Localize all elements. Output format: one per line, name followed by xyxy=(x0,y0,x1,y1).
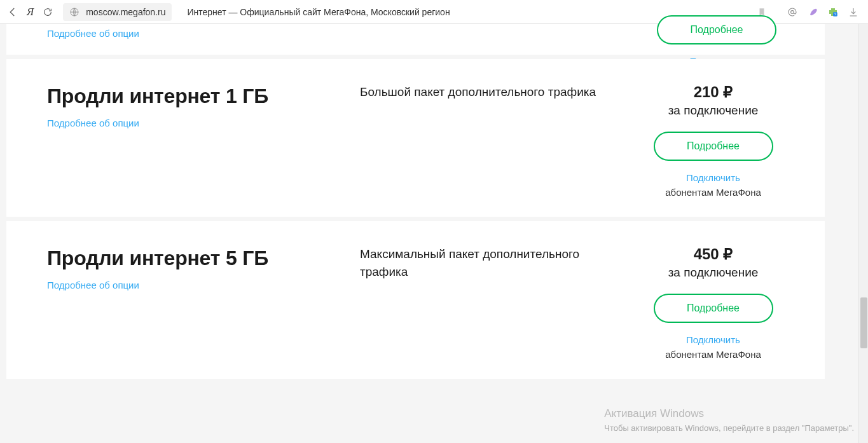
tariff-card: Продли интернет 1 ГБ Подробнее об опции … xyxy=(6,59,825,217)
plan-description: Максимальный пакет дополнительного трафи… xyxy=(360,245,627,280)
windows-activation-watermark: Активация Windows Чтобы активировать Win… xyxy=(604,406,854,434)
url-text: moscow.megafon.ru xyxy=(86,7,165,17)
more-about-option-link[interactable]: Подробнее об опции xyxy=(47,118,139,128)
details-button[interactable]: Подробнее xyxy=(657,15,776,44)
more-about-option-link[interactable]: Подробнее об опции xyxy=(47,28,139,39)
subscribers-note: абонентам МегаФона xyxy=(665,349,761,360)
plan-title: Продли интернет 5 ГБ xyxy=(47,245,360,271)
connect-link[interactable]: Подключить xyxy=(686,334,740,345)
yandex-logo[interactable]: Я xyxy=(27,6,34,18)
address-bar[interactable]: moscow.megafon.ru xyxy=(63,3,172,21)
plan-price: 210 ₽ xyxy=(694,83,733,101)
details-button[interactable]: Подробнее xyxy=(654,294,773,323)
details-button[interactable]: Подробнее xyxy=(654,132,773,161)
reload-button[interactable] xyxy=(41,6,54,18)
tariff-card: Подробнее об опции Подробнее Подключить … xyxy=(6,24,825,55)
page-title: Интернет — Официальный сайт МегаФона, Мо… xyxy=(187,7,450,17)
page-body: Подробнее об опции Подробнее Подключить … xyxy=(0,24,868,443)
plan-title: Продли интернет 1 ГБ xyxy=(47,83,360,109)
svg-point-1 xyxy=(791,10,794,13)
extension-puzzle-icon[interactable]: ? xyxy=(827,6,839,18)
plan-description: Большой пакет дополнительного трафика xyxy=(360,83,627,101)
feather-icon[interactable] xyxy=(807,6,818,18)
download-icon[interactable] xyxy=(848,6,859,18)
vertical-scrollbar[interactable] xyxy=(858,24,868,443)
subscribers-note: абонентам МегаФона xyxy=(665,187,761,198)
back-button[interactable] xyxy=(6,6,19,18)
scrollbar-thumb[interactable] xyxy=(860,297,867,348)
more-about-option-link[interactable]: Подробнее об опции xyxy=(47,280,139,290)
plan-price-sub: за подключение xyxy=(668,266,759,280)
plan-price-sub: за подключение xyxy=(668,104,759,118)
tariff-card: Продли интернет 5 ГБ Подробнее об опции … xyxy=(6,221,825,379)
plan-price: 450 ₽ xyxy=(694,245,733,263)
globe-icon xyxy=(69,7,79,17)
connect-link[interactable]: Подключить xyxy=(686,172,740,183)
